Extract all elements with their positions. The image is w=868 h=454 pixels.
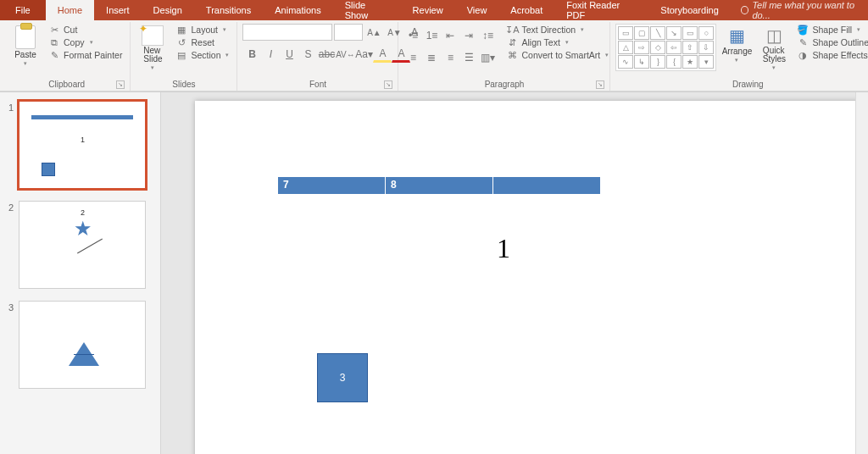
slide-thumbnail-1[interactable]: 1 [19, 101, 146, 189]
dialog-launcher-icon[interactable]: ↘ [116, 80, 125, 89]
align-text-button[interactable]: ⇵Align Text▾ [504, 36, 611, 48]
convert-smartart-button[interactable]: ⌘Convert to SmartArt▾ [504, 49, 611, 61]
tab-design[interactable]: Design [142, 0, 194, 20]
tab-review[interactable]: Review [401, 0, 455, 20]
shape-arrowu-icon[interactable]: ⇧ [682, 41, 698, 54]
scissors-icon: ✂ [48, 25, 60, 35]
tab-home[interactable]: Home [46, 0, 94, 20]
table-object[interactable]: 7 8 [278, 177, 600, 194]
slide-canvas[interactable]: 7 8 1 3 [195, 101, 868, 454]
tab-acrobat[interactable]: Acrobat [498, 0, 554, 20]
brush-icon: ✎ [48, 50, 60, 60]
dialog-launcher-icon[interactable]: ↘ [596, 80, 604, 89]
shape-rect2-icon[interactable]: ▭ [682, 26, 698, 40]
section-button[interactable]: ▤Section▾ [173, 49, 231, 61]
tab-animations[interactable]: Animations [263, 0, 332, 20]
tab-slideshow[interactable]: Slide Show [333, 0, 401, 20]
shape-more-icon[interactable]: ▾ [698, 55, 714, 69]
font-size-combo[interactable] [334, 24, 363, 41]
reset-icon: ↺ [175, 37, 187, 47]
font-highlight-button[interactable]: A [373, 46, 392, 63]
bullets-button[interactable]: •≡ [403, 27, 422, 44]
tab-view[interactable]: View [455, 0, 499, 20]
smartart-icon: ⌘ [506, 50, 518, 60]
triangle-icon [69, 342, 99, 366]
table-cell[interactable]: 8 [386, 177, 493, 194]
columns-button[interactable]: ▥▾ [478, 49, 497, 66]
shadow-button[interactable]: S [298, 46, 317, 63]
char-spacing-button[interactable]: AV↔ [336, 46, 354, 63]
numbering-button[interactable]: 1≡ [422, 27, 441, 44]
shape-arrow-icon[interactable]: ↘ [666, 26, 682, 40]
align-center-button[interactable]: ≣ [422, 49, 441, 66]
slide-thumbnail-3[interactable] [19, 301, 146, 389]
copy-button[interactable]: ⧉Copy▾ [46, 36, 125, 48]
decrease-indent-button[interactable]: ⇤ [441, 27, 459, 44]
shape-arrowl-icon[interactable]: ⇦ [666, 41, 682, 54]
shape-outline-button[interactable]: ✎Shape Outline▾ [794, 36, 868, 48]
line-spacing-button[interactable]: ↕≡ [478, 27, 497, 44]
group-paragraph: •≡ 1≡ ⇤ ⇥ ↕≡ ≡ ≣ ≡ ☰ ▥▾ ↧AText Direction… [398, 22, 610, 91]
thumb-square-icon [42, 163, 55, 176]
shape-curve-icon[interactable]: ∿ [618, 55, 633, 69]
rectangle-shape[interactable]: 3 [317, 353, 368, 402]
align-right-button[interactable]: ≡ [441, 49, 459, 66]
shape-fill-label: Shape Fill [812, 25, 852, 35]
arrange-button[interactable]: ▦ Arrange ▾ [720, 24, 754, 64]
shape-star-icon[interactable]: ★ [682, 55, 698, 69]
shape-arrowr-icon[interactable]: ⇨ [634, 41, 649, 54]
shape-brace2-icon[interactable]: { [666, 55, 682, 69]
italic-button[interactable]: I [261, 46, 280, 63]
cut-label: Cut [64, 25, 77, 35]
font-name-combo[interactable] [242, 24, 332, 41]
group-drawing: ▭ ▢ ╲ ↘ ▭ ○ △ ⇨ ◇ ⇦ ⇧ ⇩ ∿ ↳ } { ★ ▾ ▦ [610, 22, 868, 91]
paste-label: Paste [14, 50, 36, 59]
increase-indent-button[interactable]: ⇥ [459, 27, 478, 44]
format-painter-button[interactable]: ✎Format Painter [46, 49, 125, 61]
shape-oval-icon[interactable]: ○ [698, 26, 714, 40]
shape-effects-button[interactable]: ◑Shape Effects▾ [794, 49, 868, 61]
shape-tri-icon[interactable]: △ [618, 41, 633, 54]
align-left-button[interactable]: ≡ [403, 49, 422, 66]
cut-button[interactable]: ✂Cut [46, 24, 125, 36]
group-label-paragraph: Paragraph↘ [403, 80, 604, 91]
shape-diamond-icon[interactable]: ◇ [650, 41, 665, 54]
slide-thumbnail-2[interactable]: 2 ★ [19, 201, 146, 289]
copy-icon: ⧉ [48, 37, 60, 47]
shapes-gallery[interactable]: ▭ ▢ ╲ ↘ ▭ ○ △ ⇨ ◇ ⇦ ⇧ ⇩ ∿ ↳ } { ★ ▾ [615, 24, 716, 71]
underline-button[interactable]: U [280, 46, 298, 63]
shape-fill-button[interactable]: 🪣Shape Fill▾ [794, 24, 868, 36]
text-object[interactable]: 1 [497, 233, 510, 264]
text-direction-button[interactable]: ↧AText Direction▾ [504, 24, 611, 36]
shape-line-icon[interactable]: ╲ [650, 26, 665, 40]
table-cell[interactable]: 7 [278, 177, 386, 194]
tab-transitions[interactable]: Transitions [194, 0, 263, 20]
group-label-clipboard: Clipboard↘ [8, 80, 125, 91]
reset-button[interactable]: ↺Reset [173, 36, 231, 48]
shape-rect-icon[interactable]: ▢ [634, 26, 649, 40]
shape-brace-icon[interactable]: } [650, 55, 665, 69]
shape-conn-icon[interactable]: ↳ [634, 55, 649, 69]
tab-foxit[interactable]: Foxit Reader PDF [554, 0, 648, 20]
shape-arrowd-icon[interactable]: ⇩ [698, 41, 714, 54]
quick-styles-button[interactable]: ◫ QuickStyles ▾ [757, 24, 791, 71]
grow-font-button[interactable]: A▲ [364, 24, 383, 41]
align-text-label: Align Text [521, 37, 559, 47]
tab-insert[interactable]: Insert [94, 0, 142, 20]
paste-button[interactable]: Paste ▾ [8, 24, 42, 67]
bold-button[interactable]: B [242, 46, 261, 63]
new-slide-button[interactable]: NewSlide ▾ [136, 24, 170, 71]
table-cell[interactable] [493, 177, 600, 194]
tab-file[interactable]: File [0, 0, 46, 20]
tab-storyboarding[interactable]: Storyboarding [648, 0, 731, 20]
tell-me-search[interactable]: Tell me what you want to do... [741, 0, 868, 20]
group-label-drawing: Drawing↘ [615, 80, 868, 91]
lightbulb-icon [741, 6, 749, 14]
dialog-launcher-icon[interactable]: ↘ [384, 80, 392, 89]
justify-button[interactable]: ☰ [459, 49, 478, 66]
vertical-scrollbar[interactable] [855, 92, 868, 454]
layout-button[interactable]: ▦Layout▾ [173, 24, 231, 36]
shape-textbox-icon[interactable]: ▭ [618, 26, 633, 40]
strike-button[interactable]: abc [317, 46, 336, 63]
change-case-button[interactable]: Aa▾ [354, 46, 373, 63]
